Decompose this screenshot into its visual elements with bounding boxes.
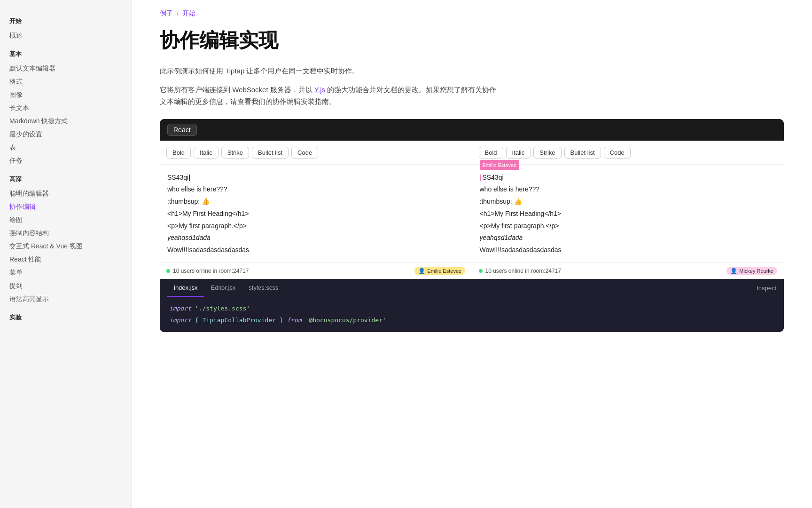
breadcrumb-current: 开始 bbox=[182, 9, 195, 18]
breadcrumb: 例子 / 开始 bbox=[160, 9, 784, 18]
status-dot-1 bbox=[166, 269, 170, 273]
description-1: 此示例演示如何使用 Tiptap 让多个用户在同一文档中实时协作。 bbox=[160, 65, 498, 77]
code-import-keyword-2: import bbox=[169, 317, 191, 324]
sidebar-item-force-content[interactable]: 强制内容结构 bbox=[9, 227, 131, 240]
code-path-1: './styles.scss' bbox=[195, 305, 250, 312]
sidebar-item-smart-editor[interactable]: 聪明的编辑器 bbox=[9, 187, 131, 200]
sidebar-item-drawing[interactable]: 绘图 bbox=[9, 214, 131, 227]
editor1-line4: <h1>My First Heading</h1> bbox=[167, 208, 464, 220]
sidebar-item-markdown[interactable]: Markdown 快捷方式 bbox=[9, 115, 131, 128]
editors-row: Bold Italic Strike Bullet list Code SS43… bbox=[160, 141, 784, 279]
description-2: 它将所有客户端连接到 WebSocket 服务器，并以 Y.js 的强大功能合并… bbox=[160, 84, 498, 108]
toolbar-bold-1[interactable]: Bold bbox=[166, 147, 191, 159]
sidebar-item-minimal[interactable]: 最少的设置 bbox=[9, 128, 131, 141]
sidebar-item-default-editor[interactable]: 默认文本编辑器 bbox=[9, 62, 131, 75]
yjs-link[interactable]: Y.js bbox=[314, 86, 325, 94]
sidebar-item-format[interactable]: 格式 bbox=[9, 75, 131, 88]
sidebar-item-table[interactable]: 表 bbox=[9, 141, 131, 154]
editor1-line1: SS43qi bbox=[167, 172, 464, 183]
status-dot-2 bbox=[479, 269, 483, 273]
code-path-2: '@hocuspocus/provider' bbox=[305, 317, 386, 324]
sidebar-item-menu[interactable]: 菜单 bbox=[9, 266, 131, 279]
main-content: 例子 / 开始 协作编辑实现 此示例演示如何使用 Tiptap 让多个用户在同一… bbox=[132, 0, 812, 508]
code-import-names: { TiptapCollabProvider } bbox=[195, 317, 283, 324]
toolbar-bullet-1[interactable]: Bullet list bbox=[252, 147, 289, 159]
text-cursor-1 bbox=[189, 175, 190, 181]
toolbar-strike-1[interactable]: Strike bbox=[221, 147, 249, 159]
user-badge-icon-1: 👤 bbox=[418, 268, 425, 274]
sidebar-item-long-text[interactable]: 长文本 bbox=[9, 102, 131, 115]
code-content: import './styles.scss' import { TiptapCo… bbox=[160, 297, 784, 332]
sidebar-item-collab[interactable]: 协作编辑 bbox=[9, 200, 131, 214]
code-import-keyword-1: import bbox=[169, 305, 191, 312]
editor-status-2: 10 users online in room:24717 👤 Mickey R… bbox=[472, 262, 784, 279]
code-tab-styles[interactable]: styles.scss bbox=[242, 279, 285, 297]
editor2-line5: <p>My first paragraph.</p> bbox=[480, 221, 777, 232]
toolbar-bullet-2[interactable]: Bullet list bbox=[564, 147, 601, 159]
code-line-2: import { TiptapCollabProvider } from '@h… bbox=[169, 316, 774, 325]
editor-content-2[interactable]: Emilio Estevez SS43qi who ellse is here?… bbox=[472, 165, 784, 263]
user-badge-name-1: Emilio Estevez bbox=[427, 268, 461, 274]
sidebar-item-react-vue[interactable]: 交互式 React & Vue 视图 bbox=[9, 240, 131, 253]
code-tabs: index.jsx Editor.jsx styles.scss Inspect bbox=[160, 279, 784, 297]
user-cursor-label: Emilio Estevez bbox=[480, 160, 519, 171]
status-users-2: 10 users online in room:24717 bbox=[485, 268, 561, 274]
toolbar-strike-2[interactable]: Strike bbox=[533, 147, 561, 159]
editor2-line2: who ellse is here??? bbox=[480, 184, 777, 195]
editor1-line3: :thumbsup: 👍 bbox=[167, 196, 464, 207]
sidebar-section-basic: 基本 bbox=[9, 50, 131, 58]
code-tab-index[interactable]: index.jsx bbox=[167, 279, 204, 297]
description-2-part1: 它将所有客户端连接到 WebSocket 服务器，并以 bbox=[160, 86, 312, 94]
toolbar-italic-2[interactable]: Italic bbox=[506, 147, 531, 159]
toolbar-bold-2[interactable]: Bold bbox=[479, 147, 503, 159]
demo-header: React bbox=[160, 119, 784, 141]
editor1-line6: yeahqsd1dada bbox=[167, 232, 464, 244]
toolbar-code-2[interactable]: Code bbox=[604, 147, 631, 159]
sidebar-item-react-perf[interactable]: React 性能 bbox=[9, 253, 131, 266]
editor2-line3: :thumbsup: 👍 bbox=[480, 196, 777, 207]
demo-tab-react[interactable]: React bbox=[167, 124, 197, 136]
code-from: from bbox=[287, 317, 301, 324]
editor1-line7: Wow!!!!sadasdasdasdasdas bbox=[167, 245, 464, 256]
user-badge-name-2: Mickey Rourke bbox=[739, 268, 773, 274]
user-badge-icon-2: 👤 bbox=[730, 268, 737, 274]
editor2-line7: Wow!!!!sadasdasdasdasdas bbox=[480, 245, 777, 256]
editor-status-1: 10 users online in room:24717 👤 Emilio E… bbox=[160, 262, 472, 279]
editor1-line2: who ellse is here??? bbox=[167, 184, 464, 195]
code-tab-editor[interactable]: Editor.jsx bbox=[204, 279, 242, 297]
editor1-line5: <p>My first paragraph.</p> bbox=[167, 221, 464, 232]
sidebar-section-start: 开始 bbox=[9, 17, 131, 25]
status-left-1: 10 users online in room:24717 bbox=[166, 268, 249, 274]
page-title: 协作编辑实现 bbox=[160, 27, 784, 54]
sidebar-item-image[interactable]: 图像 bbox=[9, 88, 131, 102]
breadcrumb-separator: / bbox=[177, 10, 179, 17]
sidebar-item-mention[interactable]: 提到 bbox=[9, 279, 131, 293]
user-badge-1: 👤 Emilio Estevez bbox=[414, 267, 465, 275]
sidebar: 开始 概述 基本 默认文本编辑器 格式 图像 长文本 Markdown 快捷方式… bbox=[0, 0, 132, 508]
editor2-line1: Emilio Estevez SS43qi bbox=[480, 172, 777, 183]
editor-panel-1: Bold Italic Strike Bullet list Code SS43… bbox=[160, 141, 472, 279]
code-line-1: import './styles.scss' bbox=[169, 304, 774, 314]
code-inspect-btn[interactable]: Inspect bbox=[757, 285, 776, 292]
editor-content-1[interactable]: SS43qi who ellse is here??? :thumbsup: 👍… bbox=[160, 165, 472, 263]
editor-toolbar-1: Bold Italic Strike Bullet list Code bbox=[160, 141, 472, 165]
demo-container: React Bold Italic Strike Bullet list Cod… bbox=[160, 119, 784, 332]
user-cursor-container: Emilio Estevez bbox=[480, 172, 481, 183]
user-badge-2: 👤 Mickey Rourke bbox=[726, 267, 777, 275]
user-cursor-line bbox=[480, 175, 481, 181]
status-left-2: 10 users online in room:24717 bbox=[479, 268, 561, 274]
sidebar-item-syntax-highlight[interactable]: 语法高亮显示 bbox=[9, 293, 131, 306]
editor-panel-2: Bold Italic Strike Bullet list Code Emil… bbox=[472, 141, 784, 279]
sidebar-section-advanced: 高深 bbox=[9, 175, 131, 183]
code-section: index.jsx Editor.jsx styles.scss Inspect… bbox=[160, 279, 784, 332]
status-users-1: 10 users online in room:24717 bbox=[173, 268, 249, 274]
breadcrumb-parent[interactable]: 例子 bbox=[160, 9, 173, 18]
sidebar-item-tasks[interactable]: 任务 bbox=[9, 154, 131, 167]
editor2-line6: yeahqsd1dada bbox=[480, 232, 777, 244]
toolbar-code-1[interactable]: Code bbox=[291, 147, 318, 159]
editor2-line4: <h1>My First Heading</h1> bbox=[480, 208, 777, 220]
sidebar-section-experiment: 实验 bbox=[9, 313, 131, 322]
sidebar-item-overview[interactable]: 概述 bbox=[9, 29, 131, 42]
toolbar-italic-1[interactable]: Italic bbox=[194, 147, 219, 159]
